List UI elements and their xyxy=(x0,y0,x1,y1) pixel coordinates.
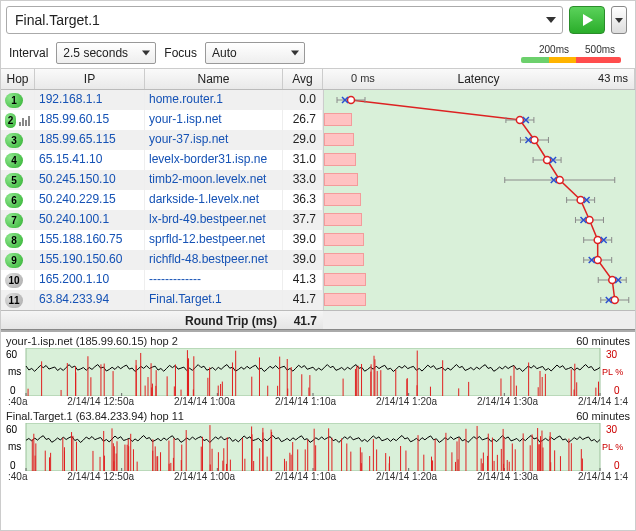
svg-point-28 xyxy=(586,217,593,224)
play-icon xyxy=(580,13,594,27)
col-latency-label: Latency xyxy=(457,72,499,86)
target-bar: Final.Target.1 xyxy=(1,1,635,38)
start-options-button[interactable] xyxy=(611,6,627,34)
svg-point-8 xyxy=(516,117,523,124)
start-button[interactable] xyxy=(569,6,605,34)
history-title: Final.Target.1 (63.84.233.94) hop 11 xyxy=(6,410,184,422)
col-ip[interactable]: IP xyxy=(35,69,145,89)
app-window: Final.Target.1 Interval 2.5 seconds Focu… xyxy=(0,0,636,531)
svg-point-16 xyxy=(544,157,551,164)
scale-tick: 500ms xyxy=(585,44,615,55)
tick-label: 2/14/14 1:30a xyxy=(477,471,538,482)
table-footer: Round Trip (ms) 41.7 xyxy=(1,310,635,330)
footer-value: 41.7 xyxy=(283,311,323,329)
tick-label: 2/14/14 1:00a xyxy=(174,396,235,407)
svg-point-40 xyxy=(609,277,616,284)
table-body: 1192.168.1.1home.router.10.02185.99.60.1… xyxy=(1,90,635,310)
svg-marker-0 xyxy=(583,14,593,26)
svg-text:ms: ms xyxy=(8,366,21,377)
tick-label: 2/14/14 1:4 xyxy=(578,396,628,407)
col-avg[interactable]: Avg xyxy=(283,69,323,89)
interval-dropdown[interactable]: 2.5 seconds xyxy=(56,42,156,64)
col-latency[interactable]: Latency 0 ms 43 ms xyxy=(323,69,635,89)
tick-label: 2/14/14 1:30a xyxy=(477,396,538,407)
lat-min: 0 ms xyxy=(351,72,375,84)
tick-label: 2/14/14 12:50a xyxy=(67,396,134,407)
tick-label: :40a xyxy=(8,396,27,407)
svg-text:0: 0 xyxy=(614,385,620,396)
svg-point-32 xyxy=(594,237,601,244)
interval-value: 2.5 seconds xyxy=(63,46,128,60)
tick-label: 2/14/14 1:10a xyxy=(275,471,336,482)
history-chart[interactable]: Final.Target.1 (63.84.233.94) hop 1160 m… xyxy=(4,409,632,482)
svg-text:30: 30 xyxy=(606,349,618,360)
chevron-down-icon xyxy=(142,51,150,56)
latency-scale: 200ms 500ms xyxy=(521,44,621,63)
tick-label: 2/14/14 1:20a xyxy=(376,471,437,482)
svg-text:0: 0 xyxy=(10,385,16,396)
history-title: your-1.isp.net (185.99.60.15) hop 2 xyxy=(6,335,178,347)
svg-text:PL %: PL % xyxy=(602,442,623,452)
history-range: 60 minutes xyxy=(576,410,630,422)
tick-label: 2/14/14 1:20a xyxy=(376,396,437,407)
svg-point-44 xyxy=(611,297,618,304)
interval-label: Interval xyxy=(9,46,48,60)
chevron-down-icon xyxy=(546,17,556,23)
svg-text:0: 0 xyxy=(614,460,620,471)
history-range: 60 minutes xyxy=(576,335,630,347)
history-chart[interactable]: your-1.isp.net (185.99.60.15) hop 260 mi… xyxy=(4,334,632,407)
svg-point-24 xyxy=(577,197,584,204)
options-bar: Interval 2.5 seconds Focus Auto 200ms 50… xyxy=(1,38,635,68)
history-panel: your-1.isp.net (185.99.60.15) hop 260 mi… xyxy=(1,330,635,486)
svg-text:60: 60 xyxy=(6,349,18,360)
latency-chart xyxy=(1,90,635,310)
svg-point-20 xyxy=(556,177,563,184)
history-ticks: :40a2/14/14 12:50a2/14/14 1:00a2/14/14 1… xyxy=(4,396,632,407)
footer-label: Round Trip (ms) xyxy=(1,311,283,329)
target-value: Final.Target.1 xyxy=(15,12,100,28)
tick-label: 2/14/14 1:4 xyxy=(578,471,628,482)
history-plot: 60ms030PL %0 xyxy=(4,348,624,396)
table-header: Hop IP Name Avg Latency 0 ms 43 ms xyxy=(1,68,635,90)
svg-text:ms: ms xyxy=(8,441,21,452)
history-plot: 60ms030PL %0 xyxy=(4,423,624,471)
svg-point-4 xyxy=(348,97,355,104)
tick-label: 2/14/14 1:10a xyxy=(275,396,336,407)
svg-text:0: 0 xyxy=(10,460,16,471)
tick-label: 2/14/14 12:50a xyxy=(67,471,134,482)
svg-text:60: 60 xyxy=(6,424,18,435)
scale-bar-icon xyxy=(521,57,621,63)
svg-text:PL %: PL % xyxy=(602,367,623,377)
history-ticks: :40a2/14/14 12:50a2/14/14 1:00a2/14/14 1… xyxy=(4,471,632,482)
lat-max: 43 ms xyxy=(598,72,628,84)
tick-label: :40a xyxy=(8,471,27,482)
svg-point-36 xyxy=(594,257,601,264)
chevron-down-icon xyxy=(615,18,623,23)
scale-tick: 200ms xyxy=(539,44,569,55)
focus-value: Auto xyxy=(212,46,237,60)
focus-dropdown[interactable]: Auto xyxy=(205,42,305,64)
focus-label: Focus xyxy=(164,46,197,60)
col-hop[interactable]: Hop xyxy=(1,69,35,89)
chevron-down-icon xyxy=(291,51,299,56)
svg-point-12 xyxy=(531,137,538,144)
target-input[interactable]: Final.Target.1 xyxy=(6,6,563,34)
col-name[interactable]: Name xyxy=(145,69,283,89)
svg-text:30: 30 xyxy=(606,424,618,435)
tick-label: 2/14/14 1:00a xyxy=(174,471,235,482)
